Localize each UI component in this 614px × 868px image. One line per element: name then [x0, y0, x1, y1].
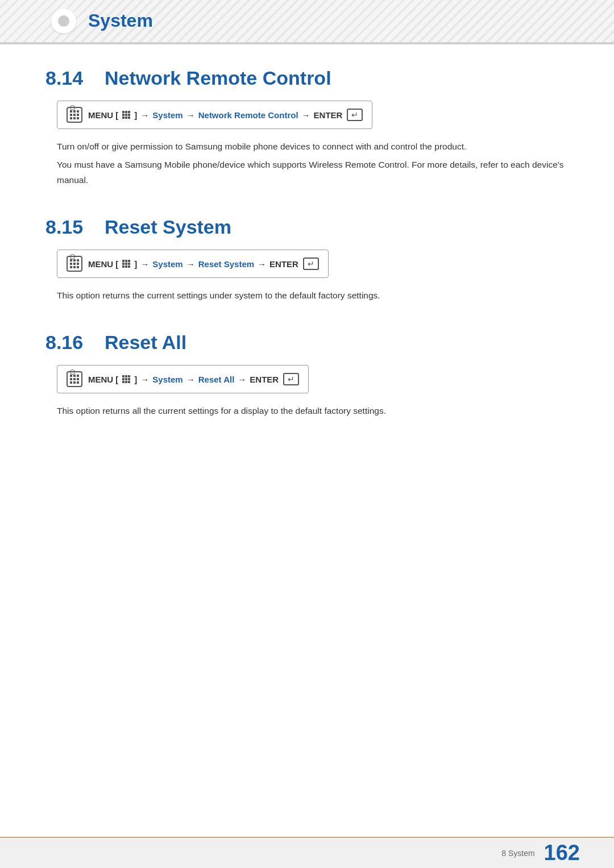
enter-arrow-8-15: ↵: [308, 259, 314, 268]
section-heading-8-15: 8.15 Reset System: [45, 216, 569, 238]
header-circle-inner: [58, 15, 69, 27]
nav-section-name-8-16: Reset All: [198, 375, 235, 384]
nav-arrow-1-8-15: →: [140, 259, 149, 269]
footer-chapter: 8 System: [501, 849, 534, 858]
menu-icon-8-16: [67, 371, 82, 387]
nav-menu-label-8-15: MENU [: [88, 259, 118, 269]
section-number-8-15: 8.15: [45, 216, 91, 238]
enter-icon-8-16: ↵: [283, 373, 299, 385]
nav-enter-label-8-15: ENTER: [269, 259, 298, 269]
nav-menu-close-8-16: ]: [134, 375, 137, 384]
main-content: 8.14 Network Remote Control MENU [: [0, 44, 614, 837]
nav-enter-label-8-14: ENTER: [314, 110, 343, 120]
nav-arrow-2-8-16: →: [186, 375, 195, 384]
nav-arrow-3-8-14: →: [302, 110, 310, 120]
nav-menu-label-8-14: MENU [: [88, 110, 118, 120]
section-title-8-14: Network Remote Control: [105, 67, 331, 89]
body-text-8-16-1: This option returns all the current sett…: [57, 404, 569, 418]
nav-arrow-1-8-14: →: [140, 110, 149, 120]
header-circle: [51, 9, 76, 34]
enter-arrow-8-14: ↵: [351, 110, 358, 119]
footer: 8 System 162: [0, 837, 614, 868]
enter-icon-8-15: ↵: [303, 258, 319, 270]
section-8-16: 8.16 Reset All MENU [: [45, 331, 569, 418]
section-8-15: 8.15 Reset System MENU [: [45, 216, 569, 303]
nav-section-name-8-14: Network Remote Control: [198, 110, 298, 120]
nav-grid-icon-8-14: [122, 111, 130, 119]
nav-menu-close-8-14: ]: [134, 110, 137, 120]
nav-path-8-14: MENU [ ] → System → Network Remote Contr…: [57, 101, 372, 129]
enter-arrow-8-16: ↵: [288, 375, 294, 384]
nav-arrow-3-8-15: →: [258, 259, 266, 269]
section-title-8-15: Reset System: [105, 216, 231, 238]
nav-arrow-1-8-16: →: [140, 375, 149, 384]
body-text-8-15-1: This option returns the current settings…: [57, 288, 569, 303]
menu-icon-8-14: [67, 107, 82, 123]
nav-enter-label-8-16: ENTER: [250, 375, 279, 384]
nav-grid-icon-8-16: [122, 375, 130, 383]
nav-grid-icon-8-15: [122, 260, 130, 268]
nav-menu-close-8-15: ]: [134, 259, 137, 269]
section-heading-8-16: 8.16 Reset All: [45, 331, 569, 354]
nav-arrow-2-8-14: →: [186, 110, 195, 120]
nav-arrow-3-8-16: →: [238, 375, 246, 384]
body-text-8-14-1: Turn on/off or give permission to Samsun…: [57, 139, 569, 154]
nav-path-8-15: MENU [ ] → System → Reset System → ENTER…: [57, 250, 329, 278]
section-8-14: 8.14 Network Remote Control MENU [: [45, 67, 569, 188]
nav-system-8-16: System: [152, 375, 182, 384]
enter-icon-8-14: ↵: [347, 109, 363, 121]
section-heading-8-14: 8.14 Network Remote Control: [45, 67, 569, 89]
nav-system-8-15: System: [152, 259, 182, 269]
footer-page-number: 162: [544, 841, 580, 865]
nav-system-8-14: System: [152, 110, 182, 120]
nav-path-8-16: MENU [ ] → System → Reset All → ENTER ↵: [57, 365, 309, 393]
nav-arrow-2-8-15: →: [186, 259, 195, 269]
body-text-8-14-2: You must have a Samsung Mobile phone/dev…: [57, 157, 569, 188]
menu-icon-8-15: [67, 256, 82, 272]
nav-section-name-8-15: Reset System: [198, 259, 254, 269]
nav-menu-label-8-16: MENU [: [88, 375, 118, 384]
section-title-8-16: Reset All: [105, 331, 186, 354]
section-number-8-14: 8.14: [45, 67, 91, 89]
page-title: System: [88, 10, 153, 31]
section-number-8-16: 8.16: [45, 331, 91, 354]
